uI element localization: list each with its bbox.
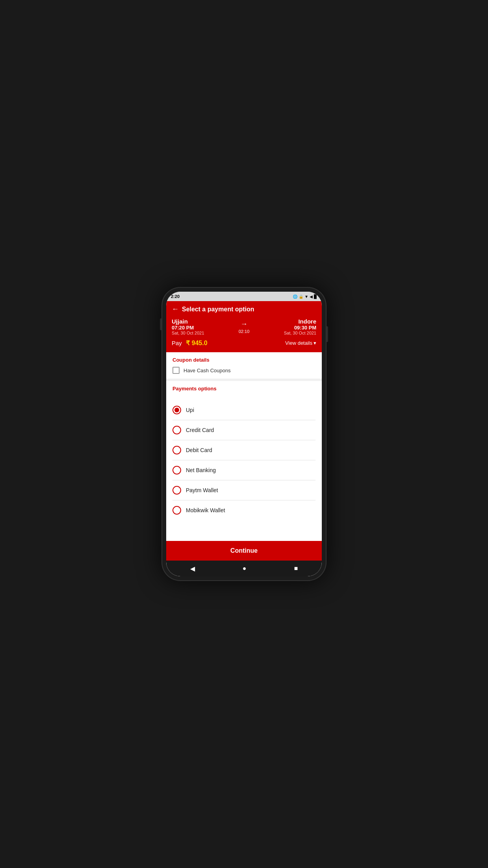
origin-city: Ujjain 07:20 PM Sat, 30 Oct 2021	[172, 318, 204, 335]
phone-screen: 2:20 🌐 🔒 ▼ ◀ ▉ ← Select a payment option…	[166, 292, 322, 576]
nav-recents-icon[interactable]: ■	[294, 565, 298, 572]
status-time: 2:20	[171, 294, 180, 299]
battery-icon: ▉	[314, 294, 317, 299]
coupon-section: Coupon details Have Cash Coupons	[166, 352, 322, 379]
radio-upi-dot	[174, 408, 179, 412]
credit-card-label: Credit Card	[186, 427, 214, 433]
continue-button[interactable]: Continue	[166, 541, 322, 561]
payment-option-paytm[interactable]: Paytm Wallet	[166, 480, 322, 500]
nav-back-icon[interactable]: ◀	[190, 565, 195, 572]
status-bar: 2:20 🌐 🔒 ▼ ◀ ▉	[166, 292, 322, 301]
destination-city-name: Indore	[298, 318, 316, 325]
pay-amount: ₹ 945.0	[186, 340, 207, 346]
lock-icon: 🔒	[299, 294, 303, 299]
destination-time: 09:30 PM	[294, 325, 316, 331]
radio-credit-card	[172, 426, 181, 434]
wifi-icon: ▼	[305, 294, 308, 299]
payments-section-title: Payments options	[172, 386, 316, 392]
status-icons: 🌐 🔒 ▼ ◀ ▉	[293, 294, 317, 299]
header-title-row: ← Select a payment option	[172, 305, 316, 313]
mobikwik-label: Mobikwik Wallet	[186, 507, 225, 513]
debit-card-label: Debit Card	[186, 447, 212, 453]
coupon-checkbox[interactable]	[172, 367, 180, 374]
paytm-label: Paytm Wallet	[186, 487, 218, 493]
page-title: Select a payment option	[182, 306, 254, 313]
back-button[interactable]: ←	[172, 305, 179, 313]
radio-net-banking	[172, 466, 181, 474]
pay-row: Pay ₹ 945.0 View details ▾	[172, 339, 316, 347]
coupon-checkbox-row[interactable]: Have Cash Coupons	[172, 367, 316, 374]
coupon-checkbox-label: Have Cash Coupons	[183, 368, 231, 373]
view-details-label: View details	[285, 340, 312, 346]
payment-option-debit-card[interactable]: Debit Card	[166, 440, 322, 460]
origin-time: 07:20 PM	[172, 325, 204, 331]
journey-arrow-icon: →	[240, 320, 248, 328]
content-area: Coupon details Have Cash Coupons Payment…	[166, 352, 322, 541]
journey-row: Ujjain 07:20 PM Sat, 30 Oct 2021 → 02:10…	[172, 318, 316, 335]
radio-debit-card	[172, 446, 181, 454]
location-icon: 🌐	[293, 294, 297, 299]
coupon-section-title: Coupon details	[172, 357, 316, 363]
phone-frame: 2:20 🌐 🔒 ▼ ◀ ▉ ← Select a payment option…	[161, 287, 327, 581]
journey-middle: → 02:10	[238, 320, 250, 334]
chevron-down-icon: ▾	[314, 340, 316, 346]
destination-date: Sat, 30 Oct 2021	[284, 331, 316, 335]
nav-home-icon[interactable]: ●	[242, 565, 246, 572]
destination-city: Indore 09:30 PM Sat, 30 Oct 2021	[284, 318, 316, 335]
nav-bar: ◀ ● ■	[166, 561, 322, 576]
journey-duration: 02:10	[238, 329, 250, 334]
radio-paytm	[172, 486, 181, 495]
signal-icon: ◀	[310, 294, 313, 299]
payments-section: Payments options	[166, 381, 322, 400]
radio-upi	[172, 406, 181, 414]
pay-label: Pay	[172, 340, 182, 346]
payment-option-credit-card[interactable]: Credit Card	[166, 420, 322, 440]
view-details-button[interactable]: View details ▾	[285, 340, 316, 346]
radio-mobikwik	[172, 506, 181, 515]
header: ← Select a payment option Ujjain 07:20 P…	[166, 301, 322, 352]
origin-city-name: Ujjain	[172, 318, 204, 325]
upi-label: Upi	[186, 407, 194, 413]
origin-date: Sat, 30 Oct 2021	[172, 331, 204, 335]
pay-info: Pay ₹ 945.0	[172, 339, 207, 347]
payment-option-net-banking[interactable]: Net Banking	[166, 460, 322, 480]
payment-option-upi[interactable]: Upi	[166, 400, 322, 420]
payment-option-mobikwik[interactable]: Mobikwik Wallet	[166, 500, 322, 520]
net-banking-label: Net Banking	[186, 467, 216, 473]
